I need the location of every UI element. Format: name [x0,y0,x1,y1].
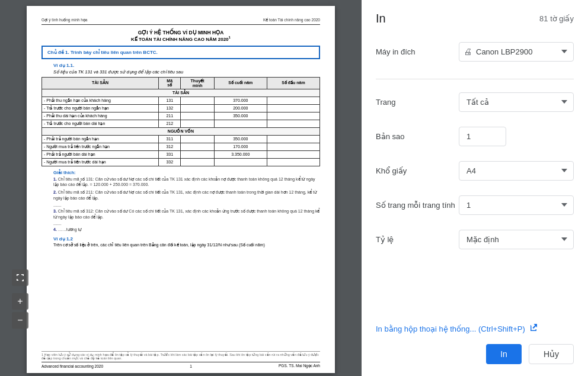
divider-1 [376,79,574,79]
printer-label: Máy in đích [376,47,459,56]
table-row: - Người mua trả tiền trước dài hạn 332 [42,158,320,166]
document-scroll[interactable]: Gợi ý tình huống minh họa Kế toán Tài ch… [0,0,362,376]
copies-input[interactable] [459,127,506,146]
paper-row: Khổ giấy A4 A3 Letter [376,159,574,182]
copies-row: Bản sao [376,124,574,148]
zoom-controls: + − [12,269,28,329]
col-maso: Mãsố [158,77,181,89]
table-row: - Phải thu ngắn hạn của khách hàng 13137… [42,97,320,104]
scale-label: Tỷ lệ [376,235,459,244]
zoom-in-button[interactable]: + [12,293,28,310]
zoom-out-button[interactable]: − [12,312,28,329]
col-daunam: Số đầu năm [267,77,319,89]
print-title: In [376,12,386,25]
footer-right: PGS. TS. Mai Ngọc Anh [279,364,320,368]
printer-row: Máy in đích 🖨 Canon LBP2900 Microsoft Pr… [376,40,574,63]
exp-item-2: 2. Chỉ tiêu mã số 211: Căn cứ vào số dư … [53,189,320,201]
col-taisan: TÀI SẢN [42,77,159,89]
print-panel: In 81 tờ giấy Máy in đích 🖨 Canon LBP290… [362,0,588,376]
col-cuoinam: Số cuối năm [214,77,267,89]
exp-item-3: 3. Chỉ tiêu mã số 312: Căn cứ vào số dư … [53,208,320,220]
example1-title: Ví dụ 1.1. [53,63,320,68]
pages-select[interactable]: Tất cả Trang hiện tại Tùy chỉnh [459,92,574,112]
cancel-button[interactable]: Hủy [529,344,574,364]
copies-control [459,127,574,146]
scale-select[interactable]: Mặc định Vừa trang 100% 125% 150% 75% 50… [459,230,574,249]
main-title: GỢI Ý HỆ THỐNG VÍ DỤ MINH HỌA [41,30,320,36]
system-dialog-link[interactable]: In bằng hộp thoại hệ thống... (Ctrl+Shif… [376,323,574,335]
document-preview-panel: Gợi ý tình huống minh họa Kế toán Tài ch… [0,0,362,376]
paper-label: Khổ giấy [376,166,459,175]
system-dialog-text: In bằng hộp thoại hệ thống... (Ctrl+Shif… [376,324,525,333]
header-right: Kế toán Tài chính nâng cao 2020 [263,18,320,23]
document-page: Gợi ý tình huống minh họa Kế toán Tài ch… [27,6,335,373]
footer-center: 1 [190,364,192,368]
example2-desc: Trên cơ sở số liệu ở trên, các chỉ tiêu … [53,243,320,248]
section-taisan: TÀI SẢN [42,89,320,97]
page-footer: 1 Học viên lưu ý sử dụng các ví dụ minh … [41,351,320,368]
table-row: - Trả trước cho người bán ngắn hạn 13220… [42,104,320,112]
printer-select[interactable]: Canon LBP2900 Microsoft Print to PDF [459,42,574,62]
table-row: - Phải trả người bán ngắn hạn 311350.000 [42,135,320,143]
pages-label: Trang [376,98,459,107]
table-row: - Phải trả người bán dài hạn 3313.350.00… [42,150,320,158]
page-title-block: GỢI Ý HỆ THỐNG VÍ DỤ MINH HỌA KẾ TOÁN TÀ… [41,30,320,42]
print-header: In 81 tờ giấy [376,12,574,25]
highlight-box: Chủ đề 1. Trình bày chỉ tiêu liên quan t… [41,46,320,59]
example1-desc: Số liệu của TK 131 và 331 được sử dụng đ… [53,69,320,75]
copies-label: Bản sao [376,132,459,141]
external-link-icon [529,323,538,335]
footer-bar: Advanced financial accounting 2020 1 PGS… [41,362,320,368]
pps-label: Số trang mỗi trang tính [376,201,459,210]
exp-item-4: 4. ……tương tự [53,227,320,233]
pps-select[interactable]: 1 2 4 6 9 16 [459,195,574,215]
paper-control: A4 A3 Letter [459,161,574,181]
explanation: Giải thích: 1. Chỉ tiêu mã số 131: Căn c… [53,170,320,233]
spacer-bottom [41,249,320,284]
printer-control: 🖨 Canon LBP2900 Microsoft Print to PDF [459,42,574,62]
footer-note: 1 Học viên lưu ý sử dụng các ví dụ minh … [41,351,320,360]
footnote-marker: 1 [229,36,231,39]
data-table: TÀI SẢN Mãsố Thuyếtminh Số cuối năm Số đ… [41,77,320,166]
print-actions: In Hủy [376,335,574,364]
page-header: Gợi ý tình huống minh họa Kế toán Tài ch… [41,18,320,25]
table-row: - Người mua trả tiền trước ngắn hạn 3121… [42,143,320,150]
scale-row: Tỷ lệ Mặc định Vừa trang 100% 125% 150% … [376,227,574,251]
pages-control: Tất cả Trang hiện tại Tùy chỉnh [459,92,574,112]
pps-control: 1 2 4 6 9 16 [459,195,574,215]
print-button[interactable]: In [486,344,522,364]
exp-item-1: 1. Chỉ tiêu mã số 131: Căn cứ vào số dư … [53,176,320,188]
section-nguonvon: NGUỒN VỐN [42,127,320,135]
example2-title: Ví dụ 1.2 [53,236,320,242]
paper-select[interactable]: A4 A3 Letter [459,161,574,181]
pps-row: Số trang mỗi trang tính 1 2 4 6 9 16 [376,193,574,217]
footer-left: Advanced financial accounting 2020 [41,364,103,368]
col-thuyetminh: Thuyếtminh [181,77,214,89]
exp-dots-2: ....... [53,221,320,226]
explanation-title: Giải thích: [53,170,320,175]
table-row: - Phải thu dài hạn của khách hàng 211350… [42,112,320,120]
table-row: - Trả trước cho người bán dài hạn 212 [42,120,320,127]
header-left: Gợi ý tình huống minh họa [41,18,87,23]
pages-row: Trang Tất cả Trang hiện tại Tùy chỉnh [376,90,574,114]
print-page-count: 81 tờ giấy [539,14,574,23]
scale-control: Mặc định Vừa trang 100% 125% 150% 75% 50… [459,230,574,249]
fullscreen-button[interactable] [12,269,28,286]
exp-dots: ....... [53,203,320,207]
sub-title: KẾ TOÁN TÀI CHÍNH NÂNG CAO NĂM 20201 [41,36,320,42]
